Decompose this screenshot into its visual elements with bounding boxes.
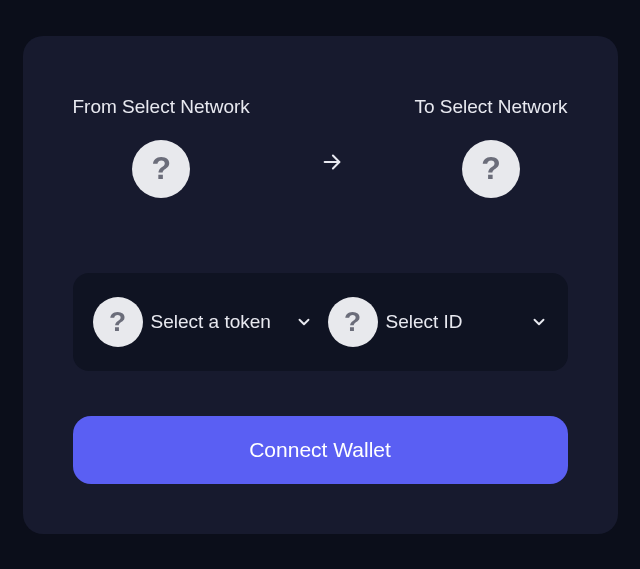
to-network-label: To Select Network: [414, 96, 567, 118]
to-network-selector[interactable]: ?: [462, 140, 520, 198]
question-icon: ?: [328, 297, 378, 347]
arrow-right-icon: [321, 151, 343, 173]
from-network-label: From Select Network: [73, 96, 250, 118]
arrow-wrap: [321, 96, 343, 173]
from-network-column: From Select Network ?: [73, 96, 250, 198]
id-selector-label: Select ID: [386, 310, 522, 334]
from-network-selector[interactable]: ?: [132, 140, 190, 198]
token-selector-label: Select a token: [151, 310, 287, 334]
to-network-column: To Select Network ?: [414, 96, 567, 198]
chevron-down-icon: [530, 313, 548, 331]
token-selector[interactable]: ? Select a token: [93, 297, 313, 347]
chevron-down-icon: [295, 313, 313, 331]
bridge-card: From Select Network ? To Select Network …: [23, 36, 618, 534]
id-selector[interactable]: ? Select ID: [328, 297, 548, 347]
connect-wallet-button[interactable]: Connect Wallet: [73, 416, 568, 484]
question-icon: ?: [93, 297, 143, 347]
selectors-panel: ? Select a token ? Select ID: [73, 273, 568, 371]
network-row: From Select Network ? To Select Network …: [73, 96, 568, 198]
